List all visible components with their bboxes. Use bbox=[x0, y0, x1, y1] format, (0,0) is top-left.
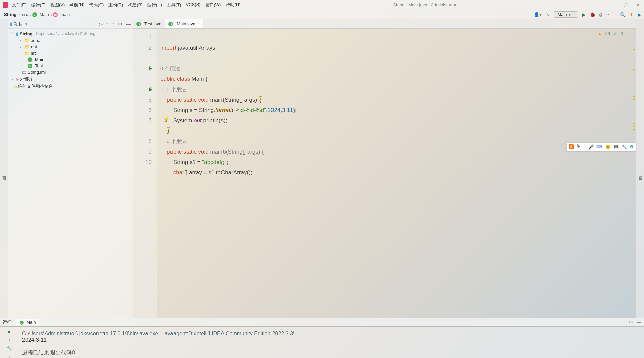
tree-idea[interactable]: ›📁.idea bbox=[8, 37, 133, 44]
update-icon[interactable]: ⬆ bbox=[630, 12, 634, 17]
editor-tabs: CTest.java CMain.java× ⋮ bbox=[133, 19, 636, 29]
expand-icon[interactable]: ≡ bbox=[106, 21, 109, 27]
menu-refactor[interactable]: 重构(R) bbox=[108, 2, 123, 8]
wrench-icon[interactable]: 🔧 bbox=[7, 346, 12, 351]
coverage-icon[interactable]: ⎙ bbox=[599, 12, 602, 17]
game-icon[interactable]: 🎮 bbox=[613, 144, 619, 150]
menu-vcs[interactable]: VCS(S) bbox=[186, 2, 200, 8]
menu-bar: 文件(F) 编辑(E) 视图(V) 导航(N) 代码(C) 重构(R) 构建(B… bbox=[12, 2, 240, 8]
run-icon[interactable]: ▶ bbox=[582, 12, 586, 17]
run-config-selector[interactable]: Main ▾ bbox=[554, 11, 578, 18]
menu-view[interactable]: 视图(V) bbox=[50, 2, 65, 8]
crumb-root[interactable]: String bbox=[3, 12, 18, 17]
tree-main[interactable]: Main bbox=[8, 56, 133, 63]
menu-tools[interactable]: 工具(T) bbox=[167, 2, 181, 8]
ide-icon[interactable]: ▶ bbox=[638, 12, 641, 17]
rerun-icon[interactable]: ▶ bbox=[8, 329, 11, 334]
folder-icon: ▮ bbox=[10, 21, 12, 26]
down-icon[interactable]: ↓ bbox=[8, 354, 11, 358]
run-panel: ▶ ↑ 🔧 ↓ ⇵ ⎙ C:\Users\Administrator\.jdks… bbox=[0, 326, 644, 358]
panel-title: 项目 bbox=[14, 21, 23, 27]
up-icon[interactable]: ↑ bbox=[8, 337, 11, 342]
window-title: String - Main.java - Administrator bbox=[240, 2, 609, 7]
hide-icon[interactable]: — bbox=[126, 21, 131, 27]
run-tab[interactable]: C Main bbox=[16, 319, 40, 326]
menu-help[interactable]: 帮助(H) bbox=[226, 2, 240, 8]
project-panel: ▮ 项目 ▾ ◎ ≡ ≡ ⚙ — ˅▮ String D:\personal\J… bbox=[8, 19, 133, 326]
settings-icon[interactable]: ⚙ bbox=[118, 21, 122, 27]
title-bar: 文件(F) 编辑(E) 视图(V) 导航(N) 代码(C) 重构(R) 构建(B… bbox=[0, 0, 644, 10]
keyboard-icon[interactable]: ⌨ bbox=[596, 144, 603, 150]
navigation-bar: String › src › C Main › m main 👤▾ ↘ Main… bbox=[0, 10, 644, 19]
maximize-button[interactable]: ▢ bbox=[622, 2, 629, 7]
run-label: 运行: bbox=[3, 319, 13, 325]
project-tree: ˅▮ String D:\personal\Java\Java程序\String… bbox=[8, 29, 133, 326]
code-editor[interactable]: 1 2 3 4 5 6 7 8 9 10 ▶ ▶ 💡 import java.u… bbox=[133, 29, 636, 326]
profiler-icon[interactable]: ⋯ bbox=[606, 12, 611, 17]
emoji-icon[interactable]: 🙂 bbox=[605, 144, 611, 150]
tree-test[interactable]: CTest bbox=[8, 63, 133, 69]
side-tab-project[interactable]: 项目 结构 书签 bbox=[0, 19, 8, 326]
run-output[interactable]: C:\Users\Administrator\.jdks\corretto-17… bbox=[19, 327, 644, 358]
warning-icon: ▲ bbox=[598, 31, 602, 36]
menu-file[interactable]: 文件(F) bbox=[12, 2, 27, 8]
inspection-widget[interactable]: ▲26 ✔3 ˆˇ bbox=[598, 31, 633, 36]
tree-ext[interactable]: ›⎋外部库 bbox=[8, 75, 133, 83]
tree-root[interactable]: ˅▮ String D:\personal\Java\Java程序\String bbox=[8, 30, 133, 37]
menu-nav[interactable]: 导航(N) bbox=[69, 2, 84, 8]
run-gutter-icon[interactable]: ▶ bbox=[149, 63, 152, 74]
crumb-method[interactable]: main bbox=[59, 12, 71, 17]
target-icon[interactable]: ◎ bbox=[99, 21, 103, 27]
tree-src[interactable]: ˅📁src bbox=[8, 50, 133, 56]
ok-icon: ✔ bbox=[613, 31, 617, 36]
hide-run-icon[interactable]: — bbox=[637, 320, 641, 325]
menu-code[interactable]: 代码(C) bbox=[89, 2, 104, 8]
menu-window[interactable]: 窗口(W) bbox=[205, 2, 221, 8]
run-gutter-icon[interactable]: ▶ bbox=[149, 84, 152, 95]
run-panel-header: 运行: C Main ⚙ — bbox=[0, 318, 644, 326]
tab-menu-icon[interactable]: ⋮ bbox=[626, 19, 636, 28]
tree-scratch[interactable]: ⎙临时文件和控制台 bbox=[8, 83, 133, 90]
menu-edit[interactable]: 编辑(E) bbox=[31, 2, 46, 8]
tree-iml[interactable]: ▤String.iml bbox=[8, 69, 133, 75]
sogou-icon: S bbox=[569, 144, 573, 149]
app-logo-icon bbox=[3, 2, 8, 8]
bulb-icon[interactable]: 💡 bbox=[163, 117, 169, 123]
mic-icon[interactable]: 🎤 bbox=[588, 144, 594, 150]
menu-run[interactable]: 运行(U) bbox=[147, 2, 162, 8]
side-tab-notifications[interactable]: 通知 bbox=[636, 19, 644, 326]
crumb-class[interactable]: Main bbox=[38, 12, 50, 17]
tab-main[interactable]: CMain.java× bbox=[165, 19, 203, 28]
tree-out[interactable]: ›📁out bbox=[8, 44, 133, 50]
menu-build[interactable]: 构建(B) bbox=[128, 2, 142, 8]
method-icon: m bbox=[53, 12, 58, 17]
tab-close-icon[interactable]: × bbox=[197, 22, 200, 26]
crumb-src[interactable]: src bbox=[21, 12, 29, 17]
build-hammer-icon[interactable]: ↘ bbox=[546, 12, 550, 17]
gutter: 1 2 3 4 5 6 7 8 9 10 ▶ ▶ bbox=[133, 29, 157, 326]
gear-icon[interactable]: ⚙ bbox=[629, 320, 633, 325]
editor-area: CTest.java CMain.java× ⋮ 1 2 3 4 5 6 7 8… bbox=[133, 19, 636, 326]
debug-icon[interactable]: 🐞 bbox=[590, 12, 595, 17]
run-config-label: Main bbox=[557, 12, 567, 17]
tool-icon[interactable]: 🔧 bbox=[622, 144, 627, 150]
add-user-icon[interactable]: 👤▾ bbox=[534, 12, 542, 17]
collapse-icon[interactable]: ≡ bbox=[112, 21, 115, 27]
close-button[interactable]: ✕ bbox=[635, 2, 641, 7]
class-icon: C bbox=[32, 12, 37, 17]
minimize-button[interactable]: — bbox=[609, 2, 616, 7]
settings-icon[interactable]: ⚙ bbox=[630, 144, 634, 150]
error-stripe[interactable] bbox=[631, 29, 635, 326]
tab-test[interactable]: CTest.java bbox=[133, 19, 165, 28]
search-icon[interactable]: 🔍 bbox=[620, 12, 626, 17]
ime-toolbar[interactable]: S 英·, 🎤 ⌨ 🙂 🎮 🔧 ⚙ bbox=[566, 143, 636, 151]
